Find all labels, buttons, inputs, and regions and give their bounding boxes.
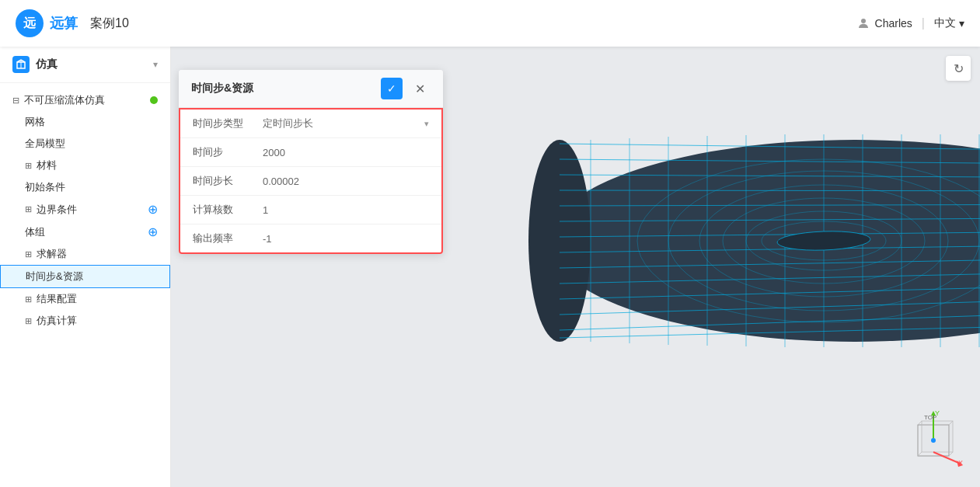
header-divider: | <box>922 16 925 30</box>
sidebar-item-incompressible[interactable]: ⊟ 不可压缩流体仿真 <box>0 89 170 111</box>
form-row-cores: 计算核数 1 <box>180 196 441 224</box>
sidebar-item-timestep[interactable]: 时间步&资源 <box>0 265 170 288</box>
content-area: ↻ 时间步&资源 ✓ ✕ 时间步类型 <box>171 47 980 487</box>
expand-icon: ⊞ <box>25 249 32 259</box>
dropdown-icon: ▾ <box>424 119 429 129</box>
sidebar-item-label: 网格 <box>25 115 45 129</box>
language-label: 中文 <box>934 16 956 30</box>
form-value-text-timestep: 2000 <box>263 147 285 158</box>
sidebar-item-boundary[interactable]: ⊞ 边界条件 ⊕ <box>0 198 170 221</box>
svg-line-49 <box>918 452 922 456</box>
dialog-close-button[interactable]: ✕ <box>409 78 431 99</box>
case-name: 案例10 <box>90 16 129 32</box>
sidebar-item-simulation-calc[interactable]: ⊞ 仿真计算 <box>0 310 170 332</box>
dialog-body: 时间步类型 定时间步长 ▾ 时间步 2000 时间步长 <box>179 108 443 254</box>
form-value-cores[interactable]: 1 <box>263 204 429 216</box>
svg-text:远: 远 <box>23 16 37 30</box>
axis-svg: Y X TOP <box>902 409 964 471</box>
form-value-timestep-length[interactable]: 0.00002 <box>263 176 429 187</box>
svg-line-47 <box>918 421 922 425</box>
sidebar-tree: ⊟ 不可压缩流体仿真 网格 全局模型 ⊞ 材料 初始条件 ⊞ <box>0 83 170 338</box>
close-icon: ✕ <box>415 82 425 96</box>
expand-icon: ⊟ <box>12 96 19 106</box>
axis-widget: Y X TOP <box>902 409 964 471</box>
sidebar-item-label: 全局模型 <box>25 137 65 151</box>
expand-icon: ⊞ <box>25 204 32 214</box>
svg-point-57 <box>931 438 936 443</box>
logo-icon: 远 <box>16 9 44 37</box>
svg-point-7 <box>528 140 591 342</box>
form-label-timestep-type: 时间步类型 <box>193 117 263 130</box>
check-icon: ✓ <box>387 82 396 95</box>
user-name: Charles <box>875 17 912 30</box>
header: 远 远算 案例10 Charles | 中文 ▾ <box>0 0 980 47</box>
sidebar-item-mesh[interactable]: 网格 <box>0 111 170 133</box>
form-label-timestep-length: 时间步长 <box>193 174 263 188</box>
sidebar-item-label: 初始条件 <box>25 180 65 194</box>
sidebar-item-label: 边界条件 <box>37 203 77 217</box>
sidebar-item-material[interactable]: ⊞ 材料 <box>0 155 170 176</box>
user-icon <box>856 16 870 30</box>
logo[interactable]: 远 远算 <box>16 9 78 37</box>
expand-icon: ⊞ <box>25 161 32 171</box>
form-value-text-cores: 1 <box>263 204 268 216</box>
add-boundary-icon[interactable]: ⊕ <box>148 202 158 217</box>
sidebar-title-text: 仿真 <box>36 57 58 71</box>
form-row-timestep-length: 时间步长 0.00002 <box>180 167 441 196</box>
form-value-text-output-freq: -1 <box>263 233 272 245</box>
cube-svg <box>16 59 26 70</box>
sidebar-item-global-model[interactable]: 全局模型 <box>0 133 170 155</box>
sidebar-item-solver[interactable]: ⊞ 求解器 <box>0 243 170 265</box>
sidebar-title: 仿真 <box>12 56 58 73</box>
dialog-actions: ✓ ✕ <box>381 78 431 99</box>
sidebar-item-label: 材料 <box>37 158 57 172</box>
sidebar-item-label: 求解器 <box>37 247 67 261</box>
form-value-timestep-type[interactable]: 定时间步长 ▾ <box>263 117 429 130</box>
svg-point-6 <box>548 140 980 342</box>
expand-icon: ⊞ <box>25 316 32 326</box>
sidebar-item-result-config[interactable]: ⊞ 结果配置 <box>0 288 170 310</box>
add-volume-icon[interactable]: ⊕ <box>148 224 158 239</box>
dialog-header: 时间步&资源 ✓ ✕ <box>179 70 443 108</box>
svg-line-54 <box>933 452 961 464</box>
form-value-output-freq[interactable]: -1 <box>263 233 429 245</box>
sidebar-item-volume[interactable]: 体组 ⊕ <box>0 221 170 243</box>
form-row-timestep: 时间步 2000 <box>180 138 441 167</box>
status-dot-success <box>150 96 158 104</box>
form-label-cores: 计算核数 <box>193 203 263 217</box>
sidebar-item-label: 体组 <box>25 225 45 239</box>
form-value-text-timestep-length: 0.00002 <box>263 176 299 187</box>
sidebar-toggle-icon[interactable]: ▾ <box>153 59 158 70</box>
form-value-text-timestep-type: 定时间步长 <box>263 117 313 130</box>
svg-text:TOP: TOP <box>924 414 936 421</box>
dialog-confirm-button[interactable]: ✓ <box>381 78 403 99</box>
dialog-title: 时间步&资源 <box>191 82 253 96</box>
svg-text:X: X <box>958 459 963 467</box>
language-selector[interactable]: 中文 ▾ <box>934 16 964 30</box>
form-row-output-freq: 输出频率 -1 <box>180 224 441 252</box>
dialog-panel: 时间步&资源 ✓ ✕ 时间步类型 定时间步长 ▾ <box>179 70 443 254</box>
viz-svg <box>513 109 980 373</box>
sidebar-cube-icon <box>12 56 30 73</box>
form-label-output-freq: 输出频率 <box>193 231 263 245</box>
svg-line-50 <box>949 452 953 456</box>
sidebar-item-label: 时间步&资源 <box>26 270 83 284</box>
viz-area: Y X TOP <box>451 47 980 487</box>
user-menu[interactable]: Charles <box>856 16 912 30</box>
sidebar-item-init-condition[interactable]: 初始条件 <box>0 176 170 198</box>
form-label-timestep: 时间步 <box>193 145 263 159</box>
sidebar-header: 仿真 ▾ <box>0 47 170 83</box>
app-name: 远算 <box>50 14 78 33</box>
main-layout: 仿真 ▾ ⊟ 不可压缩流体仿真 网格 全局模型 ⊞ 材料 <box>0 47 980 487</box>
form-value-timestep[interactable]: 2000 <box>263 147 429 158</box>
form-row-timestep-type: 时间步类型 定时间步长 ▾ <box>180 110 441 138</box>
svg-rect-46 <box>922 421 953 452</box>
sidebar: 仿真 ▾ ⊟ 不可压缩流体仿真 网格 全局模型 ⊞ 材料 <box>0 47 171 487</box>
svg-point-2 <box>861 19 866 23</box>
expand-icon: ⊞ <box>25 294 32 304</box>
sidebar-item-label: 仿真计算 <box>37 314 77 328</box>
sidebar-item-label: 结果配置 <box>37 292 77 306</box>
chevron-down-icon: ▾ <box>959 17 964 30</box>
sidebar-item-label: 不可压缩流体仿真 <box>24 93 105 107</box>
header-right: Charles | 中文 ▾ <box>856 16 964 30</box>
